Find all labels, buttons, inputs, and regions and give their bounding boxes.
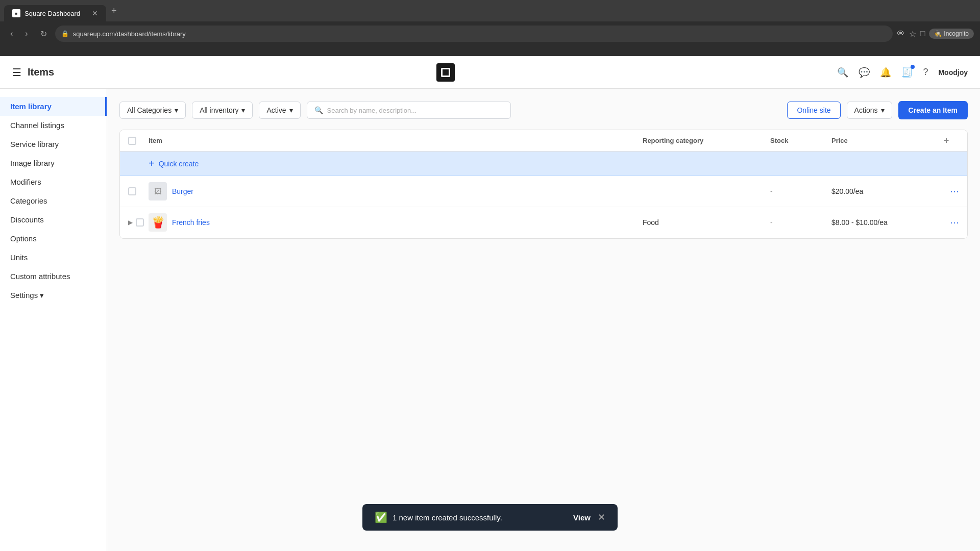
ssl-icon: 🔒 <box>61 30 69 37</box>
bell-icon[interactable]: 🔔 <box>880 67 891 78</box>
sidebar-label-channel-listings: Channel listings <box>10 121 64 130</box>
actions-chevron-icon: ▾ <box>881 106 885 114</box>
sidebar-label-options: Options <box>10 234 37 243</box>
address-bar[interactable]: 🔒 squareup.com/dashboard/items/library <box>55 26 893 42</box>
back-button[interactable]: ‹ <box>6 27 17 40</box>
quick-create-plus-icon: + <box>149 158 155 169</box>
top-nav-center <box>54 63 837 82</box>
sidebar-label-modifiers: Modifiers <box>10 178 41 186</box>
french-fries-name-cell: 🍟 French fries <box>149 213 643 232</box>
sidebar-label-units: Units <box>10 253 28 262</box>
create-item-label: Create an Item <box>909 106 958 114</box>
inventory-filter-button[interactable]: All inventory ▾ <box>192 102 253 119</box>
search-icon[interactable]: 🔍 <box>837 67 848 78</box>
filter-bar: All Categories ▾ All inventory ▾ Active … <box>119 101 968 119</box>
sidebar-label-service-library: Service library <box>10 140 59 148</box>
quick-create-row[interactable]: + Quick create <box>120 152 967 176</box>
sidebar: Item library Channel listings Service li… <box>0 89 107 551</box>
menu-toggle-button[interactable]: ☰ <box>12 66 21 79</box>
tab-close-button[interactable]: ✕ <box>92 9 98 17</box>
categories-chevron-icon: ▾ <box>175 106 178 114</box>
sidebar-item-item-library[interactable]: Item library <box>0 97 107 116</box>
select-all-checkbox[interactable] <box>128 137 136 145</box>
content-area: All Categories ▾ All inventory ▾ Active … <box>107 89 980 551</box>
bookmark-star-icon[interactable]: ☆ <box>909 29 916 39</box>
browser-nav-bar: ‹ › ↻ 🔒 squareup.com/dashboard/items/lib… <box>0 21 980 46</box>
french-fries-check-cell: ▶ <box>128 218 149 227</box>
row-check-cell <box>128 187 149 195</box>
help-icon[interactable]: ? <box>923 67 928 78</box>
burger-price-cell: $20.00/ea <box>831 187 934 195</box>
header-item: Item <box>149 137 643 144</box>
extension-icon[interactable]: □ <box>920 29 925 38</box>
status-chevron-icon: ▾ <box>289 106 293 114</box>
tab-favicon: ■ <box>12 9 20 17</box>
square-logo-inner <box>441 68 450 77</box>
receipt-icon[interactable]: 🧾 <box>901 67 913 78</box>
incognito-icon: 🕵 <box>934 30 942 37</box>
french-fries-checkbox[interactable] <box>136 218 144 227</box>
sidebar-item-service-library[interactable]: Service library <box>0 135 107 154</box>
sidebar-label-discounts: Discounts <box>10 215 44 224</box>
toast-notification: ✅ 1 new item created successfully. View … <box>362 504 618 531</box>
french-fries-stock-cell: - <box>770 218 831 227</box>
chat-icon[interactable]: 💬 <box>859 67 870 78</box>
sidebar-item-categories[interactable]: Categories <box>0 191 107 210</box>
sidebar-item-custom-attributes[interactable]: Custom attributes <box>0 267 107 286</box>
receipt-badge <box>911 65 915 69</box>
status-filter-button[interactable]: Active ▾ <box>259 102 300 119</box>
online-site-button[interactable]: Online site <box>787 102 840 119</box>
french-fries-name-link[interactable]: French fries <box>172 218 210 227</box>
sidebar-item-channel-listings[interactable]: Channel listings <box>0 116 107 135</box>
top-nav-left: ☰ Items <box>12 66 54 79</box>
new-tab-button[interactable]: + <box>106 6 122 16</box>
header-checkbox-cell <box>128 137 149 145</box>
sidebar-item-image-library[interactable]: Image library <box>0 154 107 172</box>
create-item-button[interactable]: Create an Item <box>898 101 968 119</box>
header-price: Price <box>831 137 934 144</box>
toast-message: 1 new item created successfully. <box>393 513 502 522</box>
burger-checkbox[interactable] <box>128 187 136 195</box>
sidebar-label-settings: Settings ▾ <box>10 291 44 299</box>
user-avatar[interactable]: Moodjoy <box>938 68 968 77</box>
sidebar-item-discounts[interactable]: Discounts <box>0 210 107 229</box>
main-layout: Item library Channel listings Service li… <box>0 89 980 551</box>
top-nav: ☰ Items 🔍 💬 🔔 🧾 ? Moodjoy <box>0 56 980 89</box>
sidebar-item-modifiers[interactable]: Modifiers <box>0 172 107 191</box>
toast-view-button[interactable]: View <box>573 513 591 522</box>
french-fries-emoji: 🍟 <box>151 216 165 229</box>
quick-create-button[interactable]: + Quick create <box>149 158 643 169</box>
header-reporting-category: Reporting category <box>643 137 770 144</box>
browser-actions: 👁 ☆ □ 🕵 Incognito <box>897 29 974 39</box>
add-column-button[interactable]: + <box>934 135 959 146</box>
eye-icon[interactable]: 👁 <box>897 29 905 38</box>
inventory-chevron-icon: ▾ <box>241 106 245 114</box>
sidebar-item-options[interactable]: Options <box>0 229 107 248</box>
reload-button[interactable]: ↻ <box>36 27 51 41</box>
burger-stock-cell: - <box>770 187 831 195</box>
french-fries-price-cell: $8.00 - $10.00/ea <box>831 218 934 227</box>
table-row: ▶ 🍟 French fries Food - $8.00 - $10.00/e… <box>120 207 967 238</box>
french-fries-actions-button[interactable]: ⋯ <box>934 217 959 228</box>
burger-no-image: 🖼 <box>149 182 167 201</box>
french-fries-image: 🍟 <box>149 213 167 232</box>
active-tab[interactable]: ■ Square Dashboard ✕ <box>4 5 106 21</box>
categories-filter-label: All Categories <box>127 106 172 114</box>
tab-bar: ■ Square Dashboard ✕ + <box>0 0 980 21</box>
status-filter-label: Active <box>266 106 286 114</box>
table-row: 🖼 Burger - $20.00/ea ⋯ <box>120 176 967 207</box>
sidebar-item-units[interactable]: Units <box>0 248 107 267</box>
incognito-badge: 🕵 Incognito <box>929 29 974 39</box>
app-shell: ☰ Items 🔍 💬 🔔 🧾 ? Moodjoy Item library C… <box>0 56 980 551</box>
sidebar-item-settings[interactable]: Settings ▾ <box>0 286 107 305</box>
url-text: squareup.com/dashboard/items/library <box>73 30 186 38</box>
expand-row-button[interactable]: ▶ <box>128 219 133 226</box>
toast-close-button[interactable]: ✕ <box>598 512 605 523</box>
search-box[interactable]: 🔍 Search by name, description... <box>307 102 511 119</box>
incognito-label: Incognito <box>944 30 969 37</box>
forward-button[interactable]: › <box>21 27 32 40</box>
actions-button[interactable]: Actions ▾ <box>847 102 892 119</box>
categories-filter-button[interactable]: All Categories ▾ <box>119 102 186 119</box>
burger-name-link[interactable]: Burger <box>172 187 193 195</box>
burger-actions-button[interactable]: ⋯ <box>934 186 959 197</box>
